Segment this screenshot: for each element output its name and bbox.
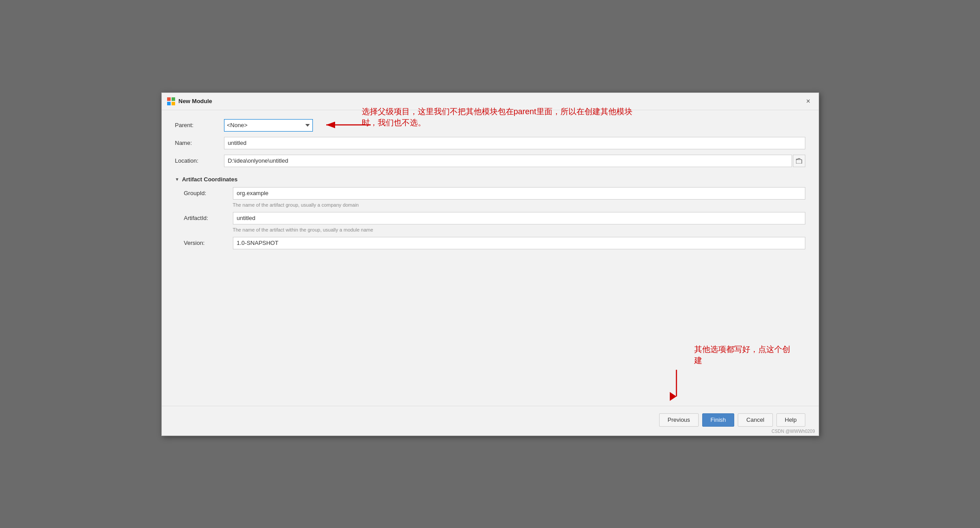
name-input[interactable]: [224, 137, 805, 149]
parent-row: Parent: <None>: [175, 119, 805, 132]
watermark: CSDN @WWWh0209: [772, 429, 815, 434]
artifactid-hint: The name of the artifact within the grou…: [184, 227, 805, 232]
artifactid-label: ArtifactId:: [184, 215, 233, 221]
svg-rect-3: [172, 102, 175, 105]
artifactid-row: ArtifactId:: [184, 212, 805, 224]
title-bar: New Module ×: [162, 93, 819, 110]
close-button[interactable]: ×: [804, 96, 813, 106]
name-label: Name:: [175, 140, 224, 146]
svg-rect-1: [172, 97, 175, 101]
finish-button[interactable]: Finish: [702, 413, 735, 427]
artifact-section-label: Artifact Coordinates: [182, 176, 237, 183]
artifact-section-header[interactable]: ▼ Artifact Coordinates: [175, 172, 805, 187]
browse-button[interactable]: [793, 155, 805, 167]
svg-rect-0: [167, 97, 171, 101]
artifact-section: GroupId: The name of the artifact group,…: [175, 187, 805, 249]
cancel-button[interactable]: Cancel: [738, 413, 772, 427]
previous-button[interactable]: Previous: [659, 413, 699, 427]
version-label: Version:: [184, 240, 233, 246]
svg-rect-4: [796, 160, 802, 164]
app-icon: [167, 97, 175, 105]
groupid-hint: The name of the artifact group, usually …: [184, 202, 805, 208]
dialog-title: New Module: [179, 98, 212, 104]
parent-select[interactable]: <None>: [224, 119, 313, 132]
version-input[interactable]: [233, 237, 805, 249]
name-row: Name:: [175, 137, 805, 149]
parent-label: Parent:: [175, 122, 224, 128]
help-button[interactable]: Help: [776, 413, 805, 427]
collapse-icon: ▼: [175, 177, 180, 182]
groupid-input[interactable]: [233, 187, 805, 200]
groupid-label: GroupId:: [184, 190, 233, 196]
location-label: Location:: [175, 157, 224, 164]
groupid-row: GroupId:: [184, 187, 805, 200]
svg-rect-2: [167, 102, 171, 105]
location-row: Location:: [175, 155, 805, 167]
artifactid-input[interactable]: [233, 212, 805, 224]
location-input[interactable]: [224, 155, 792, 167]
spacer: [175, 255, 805, 397]
version-row: Version:: [184, 237, 805, 249]
dialog-footer: Previous Finish Cancel Help: [162, 406, 819, 436]
dialog-body: Parent: <None> Name: Location:: [162, 110, 819, 406]
